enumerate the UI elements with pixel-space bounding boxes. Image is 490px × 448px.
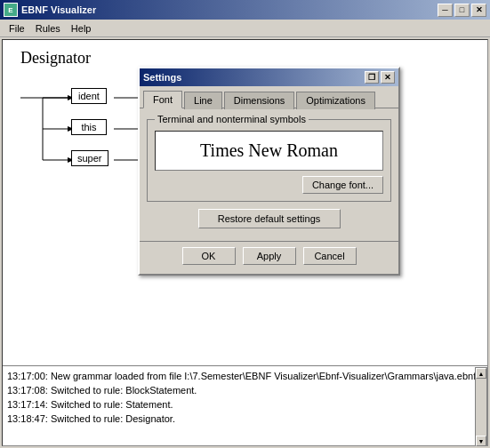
minimize-button[interactable]: ─ [438,4,453,17]
log-line-3: 13:17:14: Switched to rule: Statement. [7,397,483,412]
window-controls: ─ □ ✕ [438,4,486,17]
tab-optimizations[interactable]: Optimizations [296,92,375,109]
menu-rules[interactable]: Rules [30,21,66,36]
dialog-footer: OK Apply Cancel [140,241,398,274]
dialog-content: Terminal and nonterminal symbols Times N… [140,108,398,241]
cancel-button[interactable]: Cancel [303,247,357,265]
node-super: super [71,150,108,166]
change-font-row: Change font... [155,176,383,194]
maximize-button[interactable]: □ [454,4,470,17]
app-title: EBNF Visualizer [21,4,438,15]
restore-row: Restore default settings [147,209,391,228]
scrollbar-up[interactable]: ▲ [476,368,486,379]
node-ident: ident [71,88,107,104]
menu-bar: File Rules Help [0,20,490,37]
group-box-label: Terminal and nonterminal symbols [155,114,309,124]
log-line-4: 13:18:47: Switched to rule: Designator. [7,412,483,426]
dialog-close-button[interactable]: ✕ [381,71,395,84]
tab-line[interactable]: Line [184,92,222,109]
tab-bar: Font Line Dimensions Optimizations [140,86,398,108]
tab-dimensions[interactable]: Dimensions [224,92,294,109]
menu-help[interactable]: Help [66,21,97,36]
diagram-title: Designator [20,49,91,68]
ok-button[interactable]: OK [182,247,236,265]
node-this: this [71,119,107,135]
title-bar: E EBNF Visualizer ─ □ ✕ [0,0,490,20]
log-line-1: 13:17:00: New grammar loaded from file I… [7,369,483,383]
close-button[interactable]: ✕ [471,4,486,17]
change-font-button[interactable]: Change font... [302,176,383,194]
dialog-title-bar: Settings ❐ ✕ [140,68,398,86]
apply-button[interactable]: Apply [243,247,296,265]
dialog-title: Settings [143,72,365,83]
dialog-maximize-button[interactable]: ❐ [365,71,379,84]
dialog-controls: ❐ ✕ [365,71,395,84]
restore-defaults-button[interactable]: Restore default settings [198,209,341,228]
scrollbar-down[interactable]: ▼ [476,436,486,446]
menu-file[interactable]: File [4,21,30,36]
log-area: 13:17:00: New grammar loaded from file I… [3,365,487,445]
settings-dialog: Settings ❐ ✕ Font Line Dimensions Optimi… [138,67,400,276]
tab-font[interactable]: Font [143,91,182,108]
log-scrollbar[interactable]: ▲ ▼ [475,367,487,445]
app-icon: E [4,3,18,17]
log-line-2: 13:17:08: Switched to rule: BlockStateme… [7,383,483,397]
font-group-box: Terminal and nonterminal symbols Times N… [147,119,391,202]
font-preview: Times New Roman [155,131,383,171]
